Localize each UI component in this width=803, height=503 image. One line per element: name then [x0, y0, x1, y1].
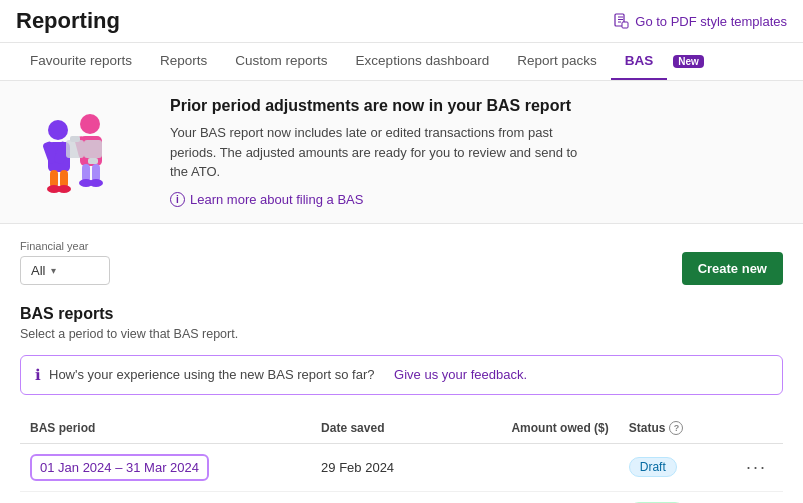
tab-favourite-reports[interactable]: Favourite reports — [16, 43, 146, 80]
actions-cell: ··· — [730, 443, 783, 491]
section-subtitle: Select a period to view that BAS report. — [20, 327, 783, 341]
section-title: BAS reports — [20, 305, 783, 323]
table-row: 01 Oct 2023 – 31 Dec 2023 23 Feb 2024 -3… — [20, 491, 783, 503]
banner-text: Your BAS report now includes late or edi… — [170, 123, 590, 182]
tab-custom-reports[interactable]: Custom reports — [221, 43, 341, 80]
create-new-button[interactable]: Create new — [682, 252, 783, 285]
tab-bas[interactable]: BAS — [611, 43, 668, 80]
financial-year-select[interactable]: All ▾ — [20, 256, 110, 285]
chevron-down-icon: ▾ — [51, 265, 56, 276]
banner-illustration — [20, 102, 150, 202]
pdf-templates-link[interactable]: Go to PDF style templates — [613, 13, 787, 29]
date-saved-cell: 23 Feb 2024 — [311, 491, 447, 503]
main-content: Financial year All ▾ Create new BAS repo… — [0, 224, 803, 504]
table-row: 01 Jan 2024 – 31 Mar 2024 29 Feb 2024 Dr… — [20, 443, 783, 491]
app-title: Reporting — [16, 8, 120, 34]
period-cell: 01 Jan 2024 – 31 Mar 2024 — [20, 443, 311, 491]
svg-point-12 — [57, 185, 71, 193]
amount-cell: -38 — [447, 491, 619, 503]
status-cell: Draft — [619, 443, 730, 491]
new-badge: New — [673, 55, 704, 68]
more-actions-button[interactable]: ··· — [740, 455, 773, 480]
svg-rect-4 — [622, 22, 628, 28]
filter-row: Financial year All ▾ Create new — [20, 240, 783, 285]
feedback-bar: ℹ How's your experience using the new BA… — [20, 355, 783, 395]
actions-cell — [730, 491, 783, 503]
banner-title: Prior period adjustments are now in your… — [170, 97, 783, 115]
col-header-status: Status ? — [619, 413, 730, 444]
status-help-icon[interactable]: ? — [669, 421, 683, 435]
filter-label: Financial year — [20, 240, 110, 252]
app-header: Reporting Go to PDF style templates — [0, 0, 803, 43]
svg-point-20 — [89, 179, 103, 187]
feedback-link[interactable]: Give us your feedback. — [394, 367, 527, 382]
col-header-actions — [730, 413, 783, 444]
filter-group: Financial year All ▾ — [20, 240, 110, 285]
info-banner: Prior period adjustments are now in your… — [0, 81, 803, 224]
status-cell: Saved — [619, 491, 730, 503]
pdf-link-label: Go to PDF style templates — [635, 14, 787, 29]
period-link-jan2024[interactable]: 01 Jan 2024 – 31 Mar 2024 — [30, 454, 209, 481]
svg-rect-21 — [66, 140, 84, 158]
svg-rect-22 — [70, 136, 80, 142]
svg-point-13 — [80, 114, 100, 134]
info-icon: i — [170, 192, 185, 207]
bas-reports-table: BAS period Date saved Amount owed ($) St… — [20, 413, 783, 504]
col-header-amount: Amount owed ($) — [447, 413, 619, 444]
filter-value: All — [31, 263, 45, 278]
svg-rect-24 — [88, 158, 98, 164]
svg-point-5 — [48, 120, 68, 140]
nav-tabs: Favourite reports Reports Custom reports… — [0, 43, 803, 81]
feedback-message: How's your experience using the new BAS … — [49, 367, 374, 382]
svg-rect-23 — [84, 140, 102, 158]
tab-exceptions-dashboard[interactable]: Exceptions dashboard — [342, 43, 504, 80]
period-cell: 01 Oct 2023 – 31 Dec 2023 — [20, 491, 311, 503]
tab-reports[interactable]: Reports — [146, 43, 221, 80]
tab-report-packs[interactable]: Report packs — [503, 43, 611, 80]
info-circle-icon: ℹ — [35, 366, 41, 384]
amount-cell — [447, 443, 619, 491]
date-saved-cell: 29 Feb 2024 — [311, 443, 447, 491]
pdf-icon — [613, 13, 629, 29]
col-header-date-saved: Date saved — [311, 413, 447, 444]
tab-new[interactable]: New — [667, 43, 718, 80]
banner-content: Prior period adjustments are now in your… — [170, 97, 783, 207]
banner-link-label: Learn more about filing a BAS — [190, 192, 363, 207]
banner-learn-more-link[interactable]: i Learn more about filing a BAS — [170, 192, 363, 207]
status-badge: Draft — [629, 457, 677, 477]
col-header-period: BAS period — [20, 413, 311, 444]
